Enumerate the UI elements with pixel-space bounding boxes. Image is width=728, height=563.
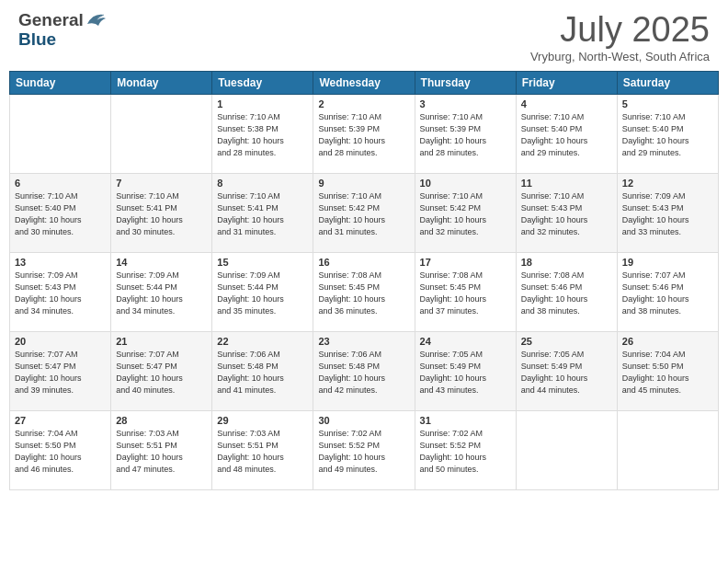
calendar-body: 1Sunrise: 7:10 AM Sunset: 5:38 PM Daylig… <box>10 94 719 489</box>
calendar-cell: 10Sunrise: 7:10 AM Sunset: 5:42 PM Dayli… <box>415 173 516 252</box>
calendar-cell: 3Sunrise: 7:10 AM Sunset: 5:39 PM Daylig… <box>415 94 516 173</box>
calendar-cell: 7Sunrise: 7:10 AM Sunset: 5:41 PM Daylig… <box>111 173 212 252</box>
calendar-cell: 26Sunrise: 7:04 AM Sunset: 5:50 PM Dayli… <box>617 331 718 410</box>
day-number: 23 <box>318 336 409 347</box>
day-number: 27 <box>15 415 106 426</box>
calendar-cell: 20Sunrise: 7:07 AM Sunset: 5:47 PM Dayli… <box>10 331 111 410</box>
calendar-cell: 1Sunrise: 7:10 AM Sunset: 5:38 PM Daylig… <box>212 94 313 173</box>
logo-text: General Blue <box>18 11 106 50</box>
day-info: Sunrise: 7:06 AM Sunset: 5:48 PM Dayligh… <box>318 349 409 396</box>
day-number: 21 <box>116 336 207 347</box>
day-info: Sunrise: 7:07 AM Sunset: 5:47 PM Dayligh… <box>15 349 106 396</box>
location: Vryburg, North-West, South Africa <box>530 50 710 63</box>
day-number: 2 <box>318 98 409 109</box>
calendar-cell: 12Sunrise: 7:09 AM Sunset: 5:43 PM Dayli… <box>617 173 718 252</box>
calendar-cell: 5Sunrise: 7:10 AM Sunset: 5:40 PM Daylig… <box>617 94 718 173</box>
calendar-cell: 2Sunrise: 7:10 AM Sunset: 5:39 PM Daylig… <box>313 94 415 173</box>
day-number: 17 <box>420 257 511 268</box>
col-thursday: Thursday <box>415 71 516 94</box>
day-info: Sunrise: 7:06 AM Sunset: 5:48 PM Dayligh… <box>217 349 308 396</box>
logo-general: General <box>18 11 84 30</box>
day-info: Sunrise: 7:09 AM Sunset: 5:43 PM Dayligh… <box>622 190 713 238</box>
day-number: 18 <box>521 257 612 268</box>
day-info: Sunrise: 7:10 AM Sunset: 5:40 PM Dayligh… <box>521 111 612 159</box>
day-info: Sunrise: 7:10 AM Sunset: 5:40 PM Dayligh… <box>622 111 713 159</box>
day-number: 31 <box>420 415 511 426</box>
day-info: Sunrise: 7:10 AM Sunset: 5:38 PM Dayligh… <box>217 111 308 159</box>
month-year: July 2025 <box>530 11 710 50</box>
day-number: 13 <box>15 257 106 268</box>
calendar-cell: 25Sunrise: 7:05 AM Sunset: 5:49 PM Dayli… <box>516 331 617 410</box>
day-number: 10 <box>420 178 511 189</box>
calendar-cell: 4Sunrise: 7:10 AM Sunset: 5:40 PM Daylig… <box>516 94 617 173</box>
calendar-cell: 21Sunrise: 7:07 AM Sunset: 5:47 PM Dayli… <box>111 331 212 410</box>
calendar-cell: 9Sunrise: 7:10 AM Sunset: 5:42 PM Daylig… <box>313 173 415 252</box>
calendar: Sunday Monday Tuesday Wednesday Thursday… <box>9 71 719 490</box>
day-info: Sunrise: 7:03 AM Sunset: 5:51 PM Dayligh… <box>217 428 308 476</box>
calendar-cell: 13Sunrise: 7:09 AM Sunset: 5:43 PM Dayli… <box>10 252 111 331</box>
day-info: Sunrise: 7:10 AM Sunset: 5:42 PM Dayligh… <box>318 190 409 238</box>
day-number: 20 <box>15 336 106 347</box>
day-number: 12 <box>622 178 713 189</box>
day-number: 15 <box>217 257 308 268</box>
day-number: 29 <box>217 415 308 426</box>
calendar-cell: 30Sunrise: 7:02 AM Sunset: 5:52 PM Dayli… <box>313 410 415 489</box>
calendar-cell: 15Sunrise: 7:09 AM Sunset: 5:44 PM Dayli… <box>212 252 313 331</box>
calendar-cell: 8Sunrise: 7:10 AM Sunset: 5:41 PM Daylig… <box>212 173 313 252</box>
calendar-cell: 18Sunrise: 7:08 AM Sunset: 5:46 PM Dayli… <box>516 252 617 331</box>
header: General Blue July 2025 Vryburg, North-We… <box>0 0 728 71</box>
day-number: 9 <box>318 178 409 189</box>
calendar-cell <box>111 94 212 173</box>
calendar-cell: 11Sunrise: 7:10 AM Sunset: 5:43 PM Dayli… <box>516 173 617 252</box>
logo: General Blue <box>18 11 106 50</box>
calendar-cell: 14Sunrise: 7:09 AM Sunset: 5:44 PM Dayli… <box>111 252 212 331</box>
calendar-cell: 23Sunrise: 7:06 AM Sunset: 5:48 PM Dayli… <box>313 331 415 410</box>
day-number: 8 <box>217 178 308 189</box>
calendar-cell: 19Sunrise: 7:07 AM Sunset: 5:46 PM Dayli… <box>617 252 718 331</box>
day-info: Sunrise: 7:10 AM Sunset: 5:42 PM Dayligh… <box>420 190 511 238</box>
day-info: Sunrise: 7:02 AM Sunset: 5:52 PM Dayligh… <box>318 428 409 476</box>
day-number: 3 <box>420 98 511 109</box>
day-number: 4 <box>521 98 612 109</box>
day-info: Sunrise: 7:05 AM Sunset: 5:49 PM Dayligh… <box>420 349 511 396</box>
calendar-cell: 16Sunrise: 7:08 AM Sunset: 5:45 PM Dayli… <box>313 252 415 331</box>
day-number: 26 <box>622 336 713 347</box>
day-info: Sunrise: 7:09 AM Sunset: 5:44 PM Dayligh… <box>116 270 207 317</box>
col-sunday: Sunday <box>10 71 111 94</box>
day-info: Sunrise: 7:08 AM Sunset: 5:46 PM Dayligh… <box>521 270 612 317</box>
col-wednesday: Wednesday <box>313 71 415 94</box>
day-info: Sunrise: 7:10 AM Sunset: 5:43 PM Dayligh… <box>521 190 612 238</box>
bird-icon <box>85 11 106 28</box>
day-info: Sunrise: 7:10 AM Sunset: 5:41 PM Dayligh… <box>116 190 207 238</box>
calendar-week-4: 20Sunrise: 7:07 AM Sunset: 5:47 PM Dayli… <box>10 331 719 410</box>
day-info: Sunrise: 7:07 AM Sunset: 5:47 PM Dayligh… <box>116 349 207 396</box>
day-number: 7 <box>116 178 207 189</box>
day-number: 5 <box>622 98 713 109</box>
col-friday: Friday <box>516 71 617 94</box>
logo-blue: Blue <box>18 29 56 49</box>
day-info: Sunrise: 7:10 AM Sunset: 5:40 PM Dayligh… <box>15 190 106 238</box>
calendar-cell <box>617 410 718 489</box>
calendar-week-2: 6Sunrise: 7:10 AM Sunset: 5:40 PM Daylig… <box>10 173 719 252</box>
day-info: Sunrise: 7:04 AM Sunset: 5:50 PM Dayligh… <box>15 428 106 476</box>
day-info: Sunrise: 7:04 AM Sunset: 5:50 PM Dayligh… <box>622 349 713 396</box>
day-info: Sunrise: 7:02 AM Sunset: 5:52 PM Dayligh… <box>420 428 511 476</box>
day-number: 24 <box>420 336 511 347</box>
calendar-cell: 6Sunrise: 7:10 AM Sunset: 5:40 PM Daylig… <box>10 173 111 252</box>
calendar-cell <box>516 410 617 489</box>
calendar-cell <box>10 94 111 173</box>
calendar-cell: 22Sunrise: 7:06 AM Sunset: 5:48 PM Dayli… <box>212 331 313 410</box>
col-tuesday: Tuesday <box>212 71 313 94</box>
day-info: Sunrise: 7:08 AM Sunset: 5:45 PM Dayligh… <box>318 270 409 317</box>
calendar-cell: 17Sunrise: 7:08 AM Sunset: 5:45 PM Dayli… <box>415 252 516 331</box>
day-number: 30 <box>318 415 409 426</box>
title-section: July 2025 Vryburg, North-West, South Afr… <box>530 11 710 63</box>
day-number: 1 <box>217 98 308 109</box>
calendar-cell: 24Sunrise: 7:05 AM Sunset: 5:49 PM Dayli… <box>415 331 516 410</box>
day-number: 22 <box>217 336 308 347</box>
day-number: 16 <box>318 257 409 268</box>
calendar-cell: 29Sunrise: 7:03 AM Sunset: 5:51 PM Dayli… <box>212 410 313 489</box>
calendar-cell: 28Sunrise: 7:03 AM Sunset: 5:51 PM Dayli… <box>111 410 212 489</box>
col-monday: Monday <box>111 71 212 94</box>
day-info: Sunrise: 7:10 AM Sunset: 5:39 PM Dayligh… <box>318 111 409 159</box>
